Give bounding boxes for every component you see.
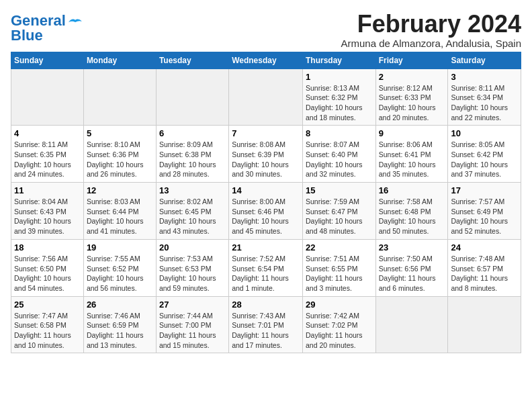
day-number: 1: [306, 72, 373, 82]
day-info: Sunrise: 7:53 AM Sunset: 6:53 PM Dayligh…: [159, 254, 226, 293]
day-number: 8: [306, 128, 373, 138]
day-number: 9: [379, 128, 445, 138]
title-area: February 2024 Armuna de Almanzora, Andal…: [341, 11, 522, 49]
calendar-cell: [448, 296, 521, 353]
calendar-cell: 9Sunrise: 8:06 AM Sunset: 6:41 PM Daylig…: [375, 126, 448, 183]
day-info: Sunrise: 8:09 AM Sunset: 6:38 PM Dayligh…: [159, 140, 226, 179]
column-header-monday: Monday: [83, 52, 156, 68]
logo-bird-icon: [69, 17, 82, 27]
day-number: 18: [14, 242, 81, 253]
calendar-cell: 18Sunrise: 7:56 AM Sunset: 6:50 PM Dayli…: [11, 239, 84, 296]
calendar-cell: 5Sunrise: 8:10 AM Sunset: 6:36 PM Daylig…: [83, 126, 156, 183]
calendar-cell: 19Sunrise: 7:55 AM Sunset: 6:52 PM Dayli…: [83, 239, 156, 296]
day-number: 20: [159, 242, 226, 253]
calendar-cell: 8Sunrise: 8:07 AM Sunset: 6:40 PM Daylig…: [302, 126, 375, 183]
day-info: Sunrise: 7:47 AM Sunset: 6:58 PM Dayligh…: [14, 311, 81, 351]
day-number: 6: [159, 128, 226, 138]
day-number: 27: [159, 300, 226, 310]
calendar-cell: 29Sunrise: 7:42 AM Sunset: 7:02 PM Dayli…: [302, 296, 375, 353]
day-number: 3: [451, 72, 518, 82]
calendar-cell: [11, 68, 84, 126]
day-info: Sunrise: 7:43 AM Sunset: 7:01 PM Dayligh…: [232, 311, 300, 351]
day-info: Sunrise: 7:56 AM Sunset: 6:50 PM Dayligh…: [14, 254, 81, 293]
calendar-cell: [83, 68, 156, 126]
day-number: 5: [87, 128, 153, 138]
day-number: 29: [306, 300, 373, 310]
day-number: 17: [451, 185, 518, 195]
calendar-cell: 14Sunrise: 8:00 AM Sunset: 6:46 PM Dayli…: [229, 183, 303, 240]
day-info: Sunrise: 7:55 AM Sunset: 6:52 PM Dayligh…: [87, 254, 153, 293]
day-info: Sunrise: 7:51 AM Sunset: 6:55 PM Dayligh…: [306, 254, 373, 293]
day-info: Sunrise: 7:42 AM Sunset: 7:02 PM Dayligh…: [306, 311, 373, 351]
calendar-cell: 28Sunrise: 7:43 AM Sunset: 7:01 PM Dayli…: [229, 296, 303, 353]
calendar-cell: 12Sunrise: 8:03 AM Sunset: 6:44 PM Dayli…: [83, 183, 156, 240]
day-info: Sunrise: 8:10 AM Sunset: 6:36 PM Dayligh…: [87, 140, 153, 179]
day-info: Sunrise: 7:58 AM Sunset: 6:48 PM Dayligh…: [379, 197, 445, 236]
calendar-table: SundayMondayTuesdayWednesdayThursdayFrid…: [11, 52, 521, 354]
day-number: 2: [379, 72, 445, 82]
day-info: Sunrise: 7:52 AM Sunset: 6:54 PM Dayligh…: [232, 254, 300, 293]
calendar-cell: 17Sunrise: 7:57 AM Sunset: 6:49 PM Dayli…: [448, 183, 521, 240]
day-info: Sunrise: 7:57 AM Sunset: 6:49 PM Dayligh…: [451, 197, 518, 236]
calendar-cell: 20Sunrise: 7:53 AM Sunset: 6:53 PM Dayli…: [156, 239, 228, 296]
calendar-body: 1Sunrise: 8:13 AM Sunset: 6:32 PM Daylig…: [11, 68, 521, 353]
day-info: Sunrise: 8:11 AM Sunset: 6:34 PM Dayligh…: [451, 83, 518, 123]
day-number: 16: [379, 185, 445, 195]
calendar-cell: 27Sunrise: 7:44 AM Sunset: 7:00 PM Dayli…: [156, 296, 228, 353]
logo: GeneralBlue: [11, 13, 82, 43]
calendar-cell: 10Sunrise: 8:05 AM Sunset: 6:42 PM Dayli…: [448, 126, 521, 183]
calendar-cell: 13Sunrise: 8:02 AM Sunset: 6:45 PM Dayli…: [156, 183, 228, 240]
day-info: Sunrise: 8:03 AM Sunset: 6:44 PM Dayligh…: [87, 197, 153, 236]
calendar-cell: 21Sunrise: 7:52 AM Sunset: 6:54 PM Dayli…: [229, 239, 303, 296]
day-number: 28: [232, 300, 300, 310]
calendar-cell: 15Sunrise: 7:59 AM Sunset: 6:47 PM Dayli…: [302, 183, 375, 240]
day-info: Sunrise: 8:04 AM Sunset: 6:43 PM Dayligh…: [14, 197, 81, 236]
calendar-cell: 11Sunrise: 8:04 AM Sunset: 6:43 PM Dayli…: [11, 183, 84, 240]
calendar-cell: 2Sunrise: 8:12 AM Sunset: 6:33 PM Daylig…: [375, 68, 448, 126]
calendar-cell: 24Sunrise: 7:48 AM Sunset: 6:57 PM Dayli…: [448, 239, 521, 296]
day-number: 14: [232, 185, 300, 195]
day-info: Sunrise: 8:05 AM Sunset: 6:42 PM Dayligh…: [451, 140, 518, 179]
column-header-wednesday: Wednesday: [229, 52, 303, 68]
calendar-cell: 4Sunrise: 8:11 AM Sunset: 6:35 PM Daylig…: [11, 126, 84, 183]
column-header-saturday: Saturday: [448, 52, 521, 68]
calendar-header-row: SundayMondayTuesdayWednesdayThursdayFrid…: [11, 52, 521, 68]
day-number: 26: [87, 300, 153, 310]
day-info: Sunrise: 7:46 AM Sunset: 6:59 PM Dayligh…: [87, 311, 153, 351]
calendar-week-row: 25Sunrise: 7:47 AM Sunset: 6:58 PM Dayli…: [11, 296, 521, 353]
day-info: Sunrise: 8:11 AM Sunset: 6:35 PM Dayligh…: [14, 140, 81, 179]
calendar-cell: 22Sunrise: 7:51 AM Sunset: 6:55 PM Dayli…: [302, 239, 375, 296]
calendar-cell: 6Sunrise: 8:09 AM Sunset: 6:38 PM Daylig…: [156, 126, 228, 183]
calendar-cell: 23Sunrise: 7:50 AM Sunset: 6:56 PM Dayli…: [375, 239, 448, 296]
calendar-cell: 3Sunrise: 8:11 AM Sunset: 6:34 PM Daylig…: [448, 68, 521, 126]
day-info: Sunrise: 7:44 AM Sunset: 7:00 PM Dayligh…: [159, 311, 226, 351]
day-info: Sunrise: 7:50 AM Sunset: 6:56 PM Dayligh…: [379, 254, 445, 293]
day-info: Sunrise: 8:02 AM Sunset: 6:45 PM Dayligh…: [159, 197, 226, 236]
calendar-cell: 16Sunrise: 7:58 AM Sunset: 6:48 PM Dayli…: [375, 183, 448, 240]
calendar-cell: 1Sunrise: 8:13 AM Sunset: 6:32 PM Daylig…: [302, 68, 375, 126]
day-number: 4: [14, 128, 81, 138]
calendar-cell: 25Sunrise: 7:47 AM Sunset: 6:58 PM Dayli…: [11, 296, 84, 353]
day-info: Sunrise: 8:06 AM Sunset: 6:41 PM Dayligh…: [379, 140, 445, 179]
month-title: February 2024: [341, 11, 522, 38]
calendar-week-row: 4Sunrise: 8:11 AM Sunset: 6:35 PM Daylig…: [11, 126, 521, 183]
day-number: 7: [232, 128, 300, 138]
day-info: Sunrise: 8:13 AM Sunset: 6:32 PM Dayligh…: [306, 83, 373, 123]
day-info: Sunrise: 8:07 AM Sunset: 6:40 PM Dayligh…: [306, 140, 373, 179]
calendar-cell: [156, 68, 228, 126]
day-number: 10: [451, 128, 518, 138]
calendar-week-row: 11Sunrise: 8:04 AM Sunset: 6:43 PM Dayli…: [11, 183, 521, 240]
column-header-thursday: Thursday: [302, 52, 375, 68]
column-header-friday: Friday: [375, 52, 448, 68]
calendar-cell: 7Sunrise: 8:08 AM Sunset: 6:39 PM Daylig…: [229, 126, 303, 183]
column-header-sunday: Sunday: [11, 52, 84, 68]
calendar-cell: [375, 296, 448, 353]
day-number: 22: [306, 242, 373, 253]
header: GeneralBlue February 2024 Armuna de Alma…: [11, 11, 521, 49]
calendar-cell: 26Sunrise: 7:46 AM Sunset: 6:59 PM Dayli…: [83, 296, 156, 353]
day-number: 23: [379, 242, 445, 253]
day-info: Sunrise: 8:12 AM Sunset: 6:33 PM Dayligh…: [379, 83, 445, 123]
day-number: 11: [14, 185, 81, 195]
day-info: Sunrise: 8:00 AM Sunset: 6:46 PM Dayligh…: [232, 197, 300, 236]
location-title: Armuna de Almanzora, Andalusia, Spain: [341, 38, 522, 49]
